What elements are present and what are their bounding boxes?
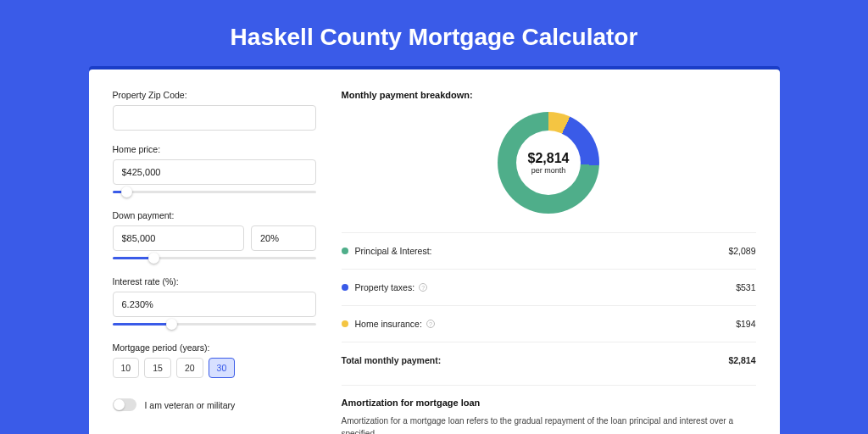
breakdown-row-taxes: Property taxes: ? $531: [342, 276, 756, 298]
breakdown-label: Home insurance:: [355, 319, 422, 329]
home-price-label: Home price:: [113, 144, 316, 154]
donut-chart: $2,814 per month: [498, 112, 599, 214]
amortization-text: Amortization for a mortgage loan refers …: [342, 415, 756, 434]
breakdown-value: $531: [736, 282, 755, 292]
zip-field: Property Zip Code:: [113, 90, 316, 131]
breakdown-value: $2,089: [728, 246, 755, 256]
breakdown-row-total: Total monthly payment: $2,814: [342, 349, 756, 371]
breakdown-label: Property taxes:: [355, 282, 415, 292]
period-button-group: 10 15 20 30: [113, 358, 316, 378]
period-label: Mortgage period (years):: [113, 342, 316, 353]
veteran-row: I am veteran or military: [113, 398, 316, 411]
home-price-input[interactable]: [113, 159, 316, 185]
period-btn-15[interactable]: 15: [144, 358, 171, 378]
period-btn-20[interactable]: 20: [176, 358, 203, 378]
down-payment-slider[interactable]: [113, 254, 316, 263]
page-title: Haskell County Mortgage Calculator: [0, 0, 868, 70]
help-icon[interactable]: ?: [419, 283, 427, 292]
home-price-slider[interactable]: [113, 188, 316, 197]
slider-fill: [113, 257, 153, 259]
legend-dot-yellow: [342, 320, 348, 327]
results-column: Monthly payment breakdown: $2,814 per mo…: [342, 90, 756, 434]
period-field: Mortgage period (years): 10 15 20 30: [113, 342, 316, 378]
rate-label: Interest rate (%):: [113, 276, 316, 287]
form-column: Property Zip Code: Home price: Down paym…: [113, 90, 316, 434]
veteran-toggle[interactable]: [113, 398, 136, 411]
zip-label: Property Zip Code:: [113, 90, 316, 100]
slider-thumb[interactable]: [166, 319, 177, 330]
calculator-card: Property Zip Code: Home price: Down paym…: [89, 70, 780, 434]
breakdown-label: Principal & Interest:: [355, 246, 432, 256]
amortization-heading: Amortization for mortgage loan: [342, 385, 756, 408]
donut-subtext: per month: [531, 166, 566, 175]
down-payment-input[interactable]: [113, 225, 244, 251]
divider: [342, 305, 756, 306]
total-label: Total monthly payment:: [342, 355, 442, 365]
down-payment-pct-input[interactable]: [251, 225, 316, 251]
slider-thumb[interactable]: [121, 186, 132, 198]
divider: [342, 269, 756, 270]
breakdown-row-principal: Principal & Interest: $2,089: [342, 240, 756, 262]
veteran-label: I am veteran or military: [145, 400, 236, 410]
slider-fill: [113, 323, 172, 326]
total-value: $2,814: [728, 355, 755, 365]
rate-field: Interest rate (%):: [113, 276, 316, 317]
legend-dot-green: [342, 248, 348, 254]
donut-center: $2,814 per month: [498, 112, 599, 214]
divider: [342, 342, 756, 342]
donut-value: $2,814: [528, 151, 570, 166]
breakdown-value: $194: [736, 319, 755, 329]
breakdown-row-insurance: Home insurance: ? $194: [342, 313, 756, 335]
period-btn-10[interactable]: 10: [113, 358, 140, 378]
help-icon[interactable]: ?: [426, 320, 435, 328]
home-price-field: Home price:: [113, 144, 316, 185]
rate-slider[interactable]: [113, 320, 316, 329]
divider: [342, 232, 756, 233]
legend-dot-blue: [342, 284, 348, 291]
rate-input[interactable]: [113, 292, 316, 317]
period-btn-30[interactable]: 30: [209, 358, 236, 378]
down-payment-field: Down payment:: [113, 210, 316, 251]
zip-input[interactable]: [113, 105, 316, 131]
toggle-knob: [114, 399, 125, 410]
breakdown-heading: Monthly payment breakdown:: [342, 90, 756, 100]
down-payment-label: Down payment:: [113, 210, 316, 220]
slider-thumb[interactable]: [148, 253, 159, 264]
